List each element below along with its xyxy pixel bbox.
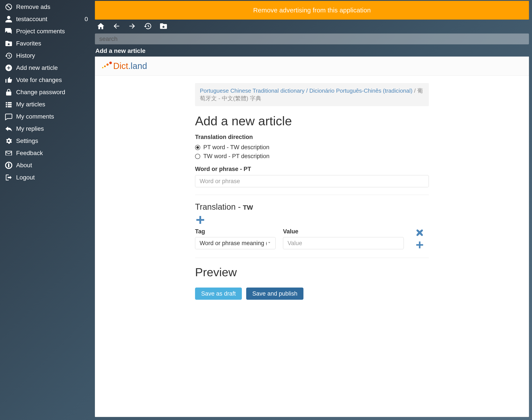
sidebar: Remove ads testaccount 0 Project comment… (0, 0, 94, 420)
sidebar-item-account[interactable]: testaccount 0 (0, 13, 94, 25)
main-area: Remove advertising from this application… (94, 0, 532, 420)
value-input[interactable] (283, 237, 404, 249)
chevron-down-icon (267, 240, 272, 247)
lock-icon (4, 88, 14, 96)
translation-heading: Translation - TW (195, 202, 429, 212)
sidebar-item-my-replies[interactable]: My replies (0, 123, 94, 135)
content-header: Dict.land (95, 57, 529, 76)
sidebar-item-label: History (14, 52, 90, 59)
content-frame: Dict.land Portuguese Chinese Traditional… (95, 57, 529, 417)
logo-text-land: .land (128, 61, 147, 71)
ad-banner-text: Remove advertising from this application (253, 7, 371, 14)
breadcrumb-sep: / (412, 88, 417, 94)
plus-circle-icon (4, 64, 14, 72)
logo[interactable]: Dict.land (101, 61, 147, 71)
sidebar-item-label: Settings (14, 137, 90, 144)
logo-text-dict: Dict (113, 61, 128, 71)
sidebar-item-label: My replies (14, 125, 90, 132)
reply-icon (4, 125, 14, 133)
word-label: Word or phrase - PT (195, 166, 429, 172)
tag-select[interactable]: Word or phrase meaning (translation) (195, 237, 276, 249)
row-actions (415, 228, 424, 250)
sidebar-item-feedback[interactable]: Feedback (0, 147, 94, 159)
button-row: Save as draft Save and publish (195, 287, 429, 300)
list-icon (4, 101, 14, 108)
sidebar-item-about[interactable]: About (0, 159, 94, 171)
search-input[interactable] (99, 33, 525, 44)
sidebar-item-history[interactable]: History (0, 50, 94, 62)
svg-point-5 (107, 63, 109, 66)
sidebar-item-label: Add new article (14, 64, 90, 71)
svg-point-3 (102, 67, 103, 68)
radio-icon (195, 145, 200, 150)
sidebar-item-label: Feedback (14, 150, 90, 157)
sidebar-item-my-comments[interactable]: My comments (0, 110, 94, 123)
page-title: Add a new article (95, 44, 529, 57)
logout-icon (4, 174, 14, 181)
person-icon (4, 15, 14, 23)
radio-pt-tw[interactable]: PT word - TW description (195, 144, 429, 151)
sidebar-item-change-password[interactable]: Change password (0, 86, 94, 98)
home-icon[interactable] (97, 22, 105, 31)
save-draft-button[interactable]: Save as draft (195, 287, 242, 300)
toolbar (95, 20, 529, 33)
radio-label: PT word - TW description (203, 144, 269, 151)
separator (195, 258, 429, 258)
info-icon (4, 161, 14, 169)
chat-icon (4, 113, 14, 120)
svg-point-6 (109, 61, 112, 64)
folder-star-icon (4, 40, 14, 47)
radio-label: TW word - PT description (203, 153, 269, 160)
history-icon[interactable] (144, 22, 152, 31)
sidebar-item-remove-ads[interactable]: Remove ads (0, 1, 94, 13)
preview-heading: Preview (195, 265, 429, 279)
tag-selected-value: Word or phrase meaning (translation) (200, 240, 267, 247)
mail-icon (4, 149, 14, 157)
tag-label: Tag (195, 228, 276, 235)
sidebar-item-label: My articles (14, 101, 90, 108)
svg-rect-1 (8, 165, 9, 167)
gear-icon (4, 137, 14, 145)
sidebar-item-label: Project comments (14, 28, 90, 35)
sidebar-item-project-comments[interactable]: Project comments (0, 25, 94, 37)
form-heading: Add a new article (195, 114, 429, 128)
back-icon[interactable] (112, 22, 121, 31)
breadcrumb-link[interactable]: Portuguese Chinese Traditional dictionar… (200, 88, 412, 94)
account-badge: 0 (84, 16, 90, 23)
thumbs-icon (4, 76, 14, 84)
sidebar-item-label: Vote for changes (14, 76, 90, 84)
block-icon (4, 3, 14, 11)
search-bar[interactable] (95, 33, 529, 44)
sidebar-item-my-articles[interactable]: My articles (0, 98, 94, 110)
sidebar-item-label: My comments (14, 113, 90, 120)
add-row-button[interactable] (415, 240, 424, 250)
sidebar-item-label: About (14, 162, 90, 169)
sidebar-item-vote[interactable]: Vote for changes (0, 74, 94, 86)
direction-label: Translation direction (195, 134, 429, 140)
remove-row-button[interactable] (415, 228, 424, 238)
svg-point-4 (104, 65, 106, 67)
ad-banner[interactable]: Remove advertising from this application (95, 1, 529, 20)
sidebar-item-label: Remove ads (14, 3, 90, 10)
sidebar-item-add-article[interactable]: Add new article (0, 62, 94, 74)
radio-icon (195, 154, 200, 159)
sidebar-item-favorites[interactable]: Favorites (0, 37, 94, 50)
tag-value-row: Tag Word or phrase meaning (translation)… (195, 228, 429, 250)
reload-button[interactable] (522, 410, 530, 419)
save-publish-button[interactable]: Save and publish (246, 287, 303, 300)
logo-dots-icon (101, 61, 112, 71)
forward-icon[interactable] (128, 22, 136, 31)
sidebar-item-settings[interactable]: Settings (0, 135, 94, 147)
radio-tw-pt[interactable]: TW word - PT description (195, 153, 429, 160)
value-label: Value (283, 228, 404, 235)
add-translation-button[interactable] (195, 215, 205, 225)
forum-icon (4, 27, 14, 35)
svg-point-0 (8, 164, 9, 165)
history-icon (4, 52, 14, 60)
breadcrumb: Portuguese Chinese Traditional dictionar… (195, 83, 429, 106)
word-input[interactable] (195, 175, 429, 187)
sidebar-item-label: testaccount (14, 16, 84, 23)
sidebar-item-logout[interactable]: Logout (0, 171, 94, 184)
folder-star-icon[interactable] (159, 22, 168, 31)
separator (195, 195, 429, 195)
